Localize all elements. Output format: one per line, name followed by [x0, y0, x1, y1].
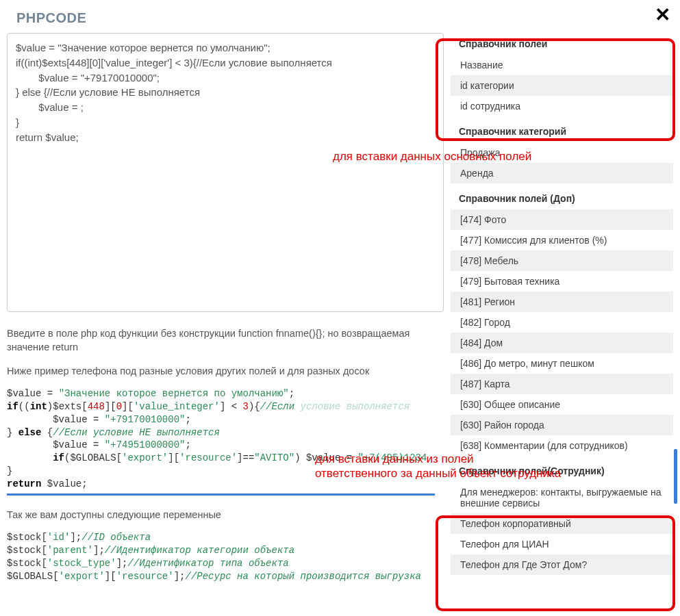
close-icon[interactable]: ✕ — [655, 5, 670, 25]
code-example-2: $stock['id'];//ID объекта $stock['parent… — [7, 531, 444, 583]
ref-categories-title: Справочник категорий — [451, 120, 673, 142]
ref-extra-title: Справочник полей (Доп) — [451, 188, 673, 209]
ref-category-item[interactable]: Продажа — [451, 142, 673, 163]
ref-extra-item[interactable]: [487] Карта — [451, 374, 673, 394]
ref-field-item[interactable]: Название — [451, 55, 673, 75]
reference-panel: Справочник полей Название id категории i… — [451, 33, 673, 575]
help-vars-hint: Так же вам доступны следующие переменные — [7, 508, 444, 522]
ref-extra-item[interactable]: [486] До метро, минут пешком — [451, 353, 673, 374]
ref-extra-item[interactable]: [478] Мебель — [451, 251, 673, 271]
divider — [7, 493, 435, 496]
ref-extra-item[interactable]: [484] Дом — [451, 333, 673, 353]
ref-staff-item[interactable]: Телефон корпоративный — [451, 513, 673, 534]
modal-title: PHPCODE — [16, 10, 664, 26]
ref-fields-title: Справочник полей — [451, 33, 673, 55]
ref-extra-item[interactable]: [630] Общее описание — [451, 394, 673, 415]
phpcode-textarea[interactable] — [7, 33, 444, 312]
ref-staff-item[interactable]: Для менеджеров: контакты, выгружаемые на… — [451, 482, 673, 513]
scrollbar-thumb[interactable] — [674, 449, 677, 504]
ref-staff-item[interactable]: Телефон для Где Этот Дом? — [451, 554, 673, 575]
ref-extra-item[interactable]: [479] Бытовая техника — [451, 271, 673, 292]
ref-field-item[interactable]: id категории — [451, 75, 673, 96]
ref-extra-item[interactable]: [482] Город — [451, 312, 673, 333]
ref-extra-item[interactable]: [474] Фото — [451, 209, 673, 230]
help-intro: Введите в поле php код функции без конст… — [7, 326, 444, 355]
help-example-hint: Ниже пример телефона под разные условия … — [7, 364, 444, 378]
ref-staff-title: Справочник полей(Сотрудник) — [451, 460, 673, 482]
code-example-1: $value = "Значение которое вернется по у… — [7, 387, 444, 491]
ref-field-item[interactable]: id сотрудника — [451, 96, 673, 116]
ref-category-item[interactable]: Аренда — [451, 163, 673, 183]
ref-extra-item[interactable]: [630] Район города — [451, 415, 673, 435]
ref-extra-item[interactable]: [638] Комментарии (для сотрудников) — [451, 435, 673, 456]
ref-extra-item[interactable]: [477] Комиссия для клиентов (%) — [451, 230, 673, 251]
ref-extra-item[interactable]: [481] Регион — [451, 292, 673, 312]
ref-staff-item[interactable]: Телефон для ЦИАН — [451, 534, 673, 554]
